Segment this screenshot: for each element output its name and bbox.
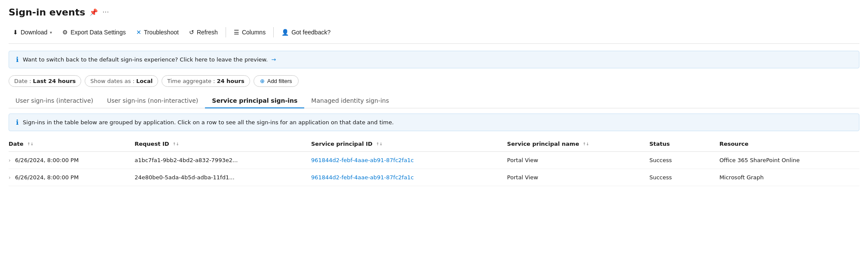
- service-principal-id-link[interactable]: 961844d2-febf-4aae-ab91-87fc2fa1c: [311, 174, 414, 181]
- sort-spname-icon: ↑↓: [583, 142, 589, 146]
- time-aggregate-filter-label: Time aggregate :: [167, 78, 215, 84]
- th-request-id[interactable]: Request ID ↑↓: [134, 136, 311, 152]
- time-aggregate-filter-chip[interactable]: Time aggregate : 24 hours: [162, 75, 250, 87]
- download-chevron: ▾: [50, 30, 52, 35]
- cell-service-principal-name: Portal View: [507, 169, 649, 186]
- service-principal-name-value: Portal View: [507, 174, 538, 181]
- sign-in-table: Date ↑↓ Request ID ↑↓ Service principal …: [9, 136, 859, 186]
- sort-spid-icon: ↑↓: [376, 142, 382, 146]
- feedback-label: Got feedback?: [291, 29, 330, 36]
- refresh-button[interactable]: ↺ Refresh: [185, 26, 222, 38]
- pin-icon[interactable]: 📌: [89, 8, 98, 16]
- export-data-settings-button[interactable]: ⚙ Export Data Settings: [58, 26, 130, 38]
- troubleshoot-button[interactable]: ✕ Troubleshoot: [132, 26, 183, 38]
- expand-icon[interactable]: ›: [9, 157, 11, 163]
- cell-request-id: 24e80be0-5ada-4b5d-adba-11fd1...: [134, 169, 311, 186]
- add-filters-button[interactable]: ⊕ Add filters: [254, 75, 299, 87]
- toolbar-divider: [226, 27, 226, 37]
- date-filter-label: Date :: [14, 78, 31, 84]
- expand-icon[interactable]: ›: [9, 175, 11, 181]
- arrow-icon: →: [271, 56, 276, 63]
- tabs: User sign-ins (interactive) User sign-in…: [9, 94, 859, 108]
- troubleshoot-icon: ✕: [136, 29, 141, 36]
- cell-resource: Microsoft Graph: [719, 169, 859, 186]
- add-filters-icon: ⊕: [260, 78, 265, 84]
- resource-value: Microsoft Graph: [719, 174, 764, 181]
- download-label: Download: [21, 29, 47, 36]
- service-principal-id-link[interactable]: 961844d2-febf-4aae-ab91-87fc2fa1c: [311, 157, 414, 163]
- download-button[interactable]: ⬇ Download ▾: [9, 26, 56, 38]
- sort-reqid-icon: ↑↓: [173, 142, 179, 146]
- download-icon: ⬇: [13, 29, 18, 36]
- cell-request-id: a1bc7fa1-9bb2-4bd2-a832-7993e2...: [134, 152, 311, 169]
- sort-date-icon: ↑↓: [27, 142, 34, 146]
- table-row[interactable]: › 6/26/2024, 8:00:00 PM a1bc7fa1-9bb2-4b…: [9, 152, 859, 169]
- leave-preview-link[interactable]: →: [269, 56, 276, 63]
- cell-status: Success: [649, 169, 719, 186]
- cell-status: Success: [649, 152, 719, 169]
- service-principal-name-value: Portal View: [507, 157, 538, 163]
- troubleshoot-label: Troubleshoot: [144, 29, 179, 36]
- show-dates-filter-chip[interactable]: Show dates as : Local: [85, 75, 158, 87]
- table-row[interactable]: › 6/26/2024, 8:00:00 PM 24e80be0-5ada-4b…: [9, 169, 859, 186]
- notice-banner: ℹ Sign-ins in the table below are groupe…: [9, 114, 859, 131]
- table-header-row: Date ↑↓ Request ID ↑↓ Service principal …: [9, 136, 859, 152]
- notice-info-icon: ℹ: [16, 118, 18, 126]
- page-title: Sign-in events: [9, 7, 85, 18]
- filter-bar: Date : Last 24 hours Show dates as : Loc…: [9, 75, 859, 87]
- notice-banner-text: Sign-ins in the table below are grouped …: [23, 119, 394, 126]
- export-icon: ⚙: [62, 29, 68, 36]
- tab-interactive[interactable]: User sign-ins (interactive): [9, 94, 100, 108]
- cell-date: › 6/26/2024, 8:00:00 PM: [9, 152, 134, 169]
- refresh-icon: ↺: [189, 29, 194, 36]
- info-banner: ℹ Want to switch back to the default sig…: [9, 51, 859, 68]
- feedback-icon: 👤: [281, 29, 289, 36]
- request-id-value: 24e80be0-5ada-4b5d-adba-11fd1...: [134, 174, 234, 181]
- more-options-icon[interactable]: ···: [102, 8, 109, 16]
- add-filters-label: Add filters: [267, 78, 292, 84]
- th-service-principal-id[interactable]: Service principal ID ↑↓: [311, 136, 507, 152]
- tab-service-principal[interactable]: Service principal sign-ins: [205, 94, 304, 108]
- resource-value: Office 365 SharePoint Online: [719, 157, 800, 163]
- status-value: Success: [649, 157, 672, 163]
- th-status[interactable]: Status: [649, 136, 719, 152]
- show-dates-filter-label: Show dates as :: [90, 78, 134, 84]
- columns-icon: ☰: [234, 29, 239, 36]
- refresh-label: Refresh: [197, 29, 218, 36]
- columns-button[interactable]: ☰ Columns: [229, 26, 270, 38]
- tab-managed-identity[interactable]: Managed identity sign-ins: [304, 94, 396, 108]
- info-banner-text: Want to switch back to the default sign-…: [23, 56, 276, 63]
- info-icon: ℹ: [16, 55, 18, 64]
- cell-service-principal-id: 961844d2-febf-4aae-ab91-87fc2fa1c: [311, 152, 507, 169]
- date-value: 6/26/2024, 8:00:00 PM: [15, 174, 79, 181]
- cell-service-principal-id: 961844d2-febf-4aae-ab91-87fc2fa1c: [311, 169, 507, 186]
- request-id-value: a1bc7fa1-9bb2-4bd2-a832-7993e2...: [134, 157, 238, 163]
- date-filter-chip[interactable]: Date : Last 24 hours: [9, 75, 81, 87]
- toolbar: ⬇ Download ▾ ⚙ Export Data Settings ✕ Tr…: [9, 26, 859, 44]
- feedback-button[interactable]: 👤 Got feedback?: [277, 26, 335, 38]
- status-value: Success: [649, 174, 672, 181]
- date-filter-value: Last 24 hours: [33, 78, 76, 84]
- show-dates-filter-value: Local: [136, 78, 153, 84]
- date-value: 6/26/2024, 8:00:00 PM: [15, 157, 79, 163]
- cell-date: › 6/26/2024, 8:00:00 PM: [9, 169, 134, 186]
- tab-non-interactive[interactable]: User sign-ins (non-interactive): [100, 94, 205, 108]
- th-resource[interactable]: Resource: [719, 136, 859, 152]
- th-date[interactable]: Date ↑↓: [9, 136, 134, 152]
- toolbar-divider-2: [273, 27, 274, 37]
- columns-label: Columns: [242, 29, 266, 36]
- cell-service-principal-name: Portal View: [507, 152, 649, 169]
- cell-resource: Office 365 SharePoint Online: [719, 152, 859, 169]
- export-label: Export Data Settings: [70, 29, 125, 36]
- time-aggregate-filter-value: 24 hours: [217, 78, 245, 84]
- th-service-principal-name[interactable]: Service principal name ↑↓: [507, 136, 649, 152]
- page-header: Sign-in events 📌 ···: [9, 7, 859, 18]
